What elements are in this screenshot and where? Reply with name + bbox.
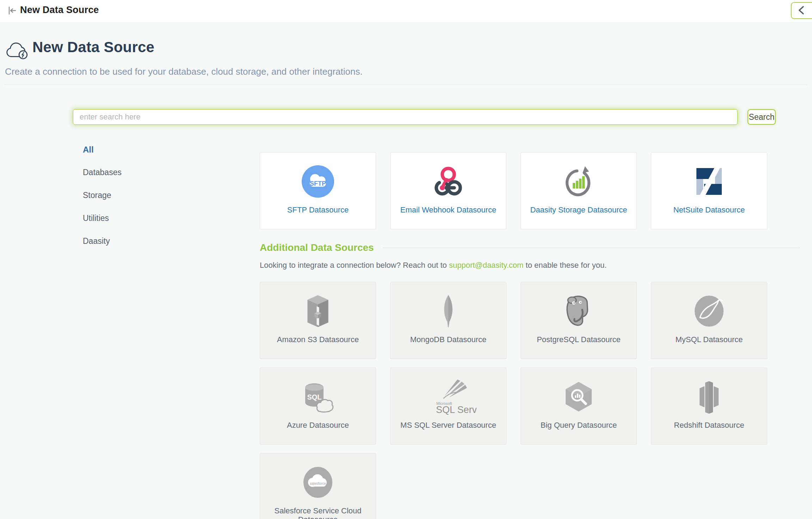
collapse-left-button[interactable] — [6, 5, 18, 17]
sftp-cloud-icon: SFTP — [301, 162, 334, 201]
note-text: to enable these for you. — [523, 261, 607, 270]
panel-collapse-button[interactable] — [791, 2, 812, 19]
category-storage[interactable]: Storage — [83, 191, 122, 199]
card-ms-sql-server-datasource[interactable]: Microsoft SQL Server MS SQL Server Datas… — [390, 367, 506, 445]
card-redshift-datasource[interactable]: Redshift Datasource — [651, 367, 767, 445]
note-text: Looking to integrate a connection below?… — [260, 261, 449, 270]
card-label: MySQL Datasource — [672, 335, 745, 344]
section-divider — [383, 248, 800, 248]
top-bar: New Data Source — [0, 0, 812, 22]
search-input[interactable] — [73, 109, 738, 125]
support-email-link[interactable]: support@daasity.com — [449, 261, 523, 270]
card-big-query-datasource[interactable]: Big Query Datasource — [521, 367, 637, 445]
category-daasity[interactable]: Daasity — [83, 236, 122, 245]
card-label: Daasity Storage Datasource — [527, 205, 630, 214]
chevron-left-icon — [797, 5, 805, 17]
category-all[interactable]: All — [83, 145, 122, 153]
page-title: New Data Source — [32, 39, 154, 56]
mongodb-leaf-icon — [438, 291, 459, 331]
card-amazon-s3-datasource[interactable]: Amazon S3 Datasource — [260, 282, 376, 359]
page-subtitle: Create a connection to be used for your … — [5, 66, 363, 77]
svg-text:salesforce: salesforce — [310, 482, 326, 486]
card-daasity-storage-datasource[interactable]: Daasity Storage Datasource — [521, 152, 637, 229]
additional-section-note: Looking to integrate a connection below?… — [260, 261, 800, 270]
additional-section-title: Additional Data Sources — [260, 242, 374, 253]
card-label: Amazon S3 Datasource — [274, 335, 362, 344]
card-netsuite-datasource[interactable]: NetSuite Datasource — [651, 152, 767, 229]
category-utilities[interactable]: Utilities — [83, 214, 122, 222]
header-divider — [4, 85, 807, 85]
salesforce-cloud-icon: salesforce — [301, 463, 335, 502]
search-button[interactable]: Search — [748, 109, 776, 125]
card-postgresql-datasource[interactable]: PostgreSQL Datasource — [521, 282, 637, 359]
category-list: All Databases Storage Utilities Daasity — [83, 145, 122, 259]
card-label: NetSuite Datasource — [671, 205, 748, 214]
card-email-webhook-datasource[interactable]: Email Webhook Datasource — [390, 152, 506, 229]
card-azure-datasource[interactable]: SQL Azure Datasource — [260, 367, 376, 445]
card-salesforce-service-cloud-datasource[interactable]: salesforce Salesforce Service Cloud Data… — [260, 453, 376, 519]
postgresql-elephant-icon — [561, 291, 596, 331]
mysql-dolphin-icon — [692, 291, 726, 331]
daasity-storage-icon — [560, 162, 597, 201]
featured-card-grid: SFTP SFTP Datasource Email Webhook Datas… — [260, 152, 767, 229]
bigquery-icon — [561, 377, 596, 416]
redshift-icon — [693, 377, 725, 416]
card-label: Azure Datasource — [284, 421, 352, 430]
netsuite-icon — [691, 162, 727, 201]
card-mongodb-datasource[interactable]: MongoDB Datasource — [390, 282, 506, 359]
main-content: New Data Source Create a connection to b… — [0, 22, 812, 519]
webhook-icon — [430, 162, 467, 201]
card-label: Redshift Datasource — [671, 421, 747, 430]
collapse-left-icon — [7, 6, 17, 17]
svg-text:SQL: SQL — [307, 393, 321, 401]
additional-section-header: Additional Data Sources Looking to integ… — [260, 242, 800, 270]
ms-sql-server-icon: Microsoft SQL Server — [420, 377, 476, 416]
card-label: PostgreSQL Datasource — [534, 335, 623, 344]
category-databases[interactable]: Databases — [83, 168, 122, 176]
card-label: Salesforce Service Cloud Datasource — [260, 506, 376, 519]
card-label: Email Webhook Datasource — [398, 205, 499, 214]
svg-text:SQL Server: SQL Server — [436, 404, 476, 415]
card-sftp-datasource[interactable]: SFTP SFTP Datasource — [260, 152, 376, 229]
card-label: SFTP Datasource — [284, 205, 351, 214]
card-mysql-datasource[interactable]: MySQL Datasource — [651, 282, 767, 359]
svg-text:SFTP: SFTP — [310, 180, 326, 187]
card-label: MS SQL Server Datasource — [398, 421, 499, 430]
window-title: New Data Source — [20, 5, 99, 16]
card-label: Big Query Datasource — [538, 421, 620, 430]
amazon-s3-icon — [304, 291, 332, 331]
additional-card-grid: Amazon S3 Datasource MongoDB Datasource — [260, 282, 767, 519]
azure-sql-icon: SQL — [300, 377, 336, 416]
card-label: MongoDB Datasource — [407, 335, 489, 344]
cloud-bolt-icon — [6, 40, 30, 61]
